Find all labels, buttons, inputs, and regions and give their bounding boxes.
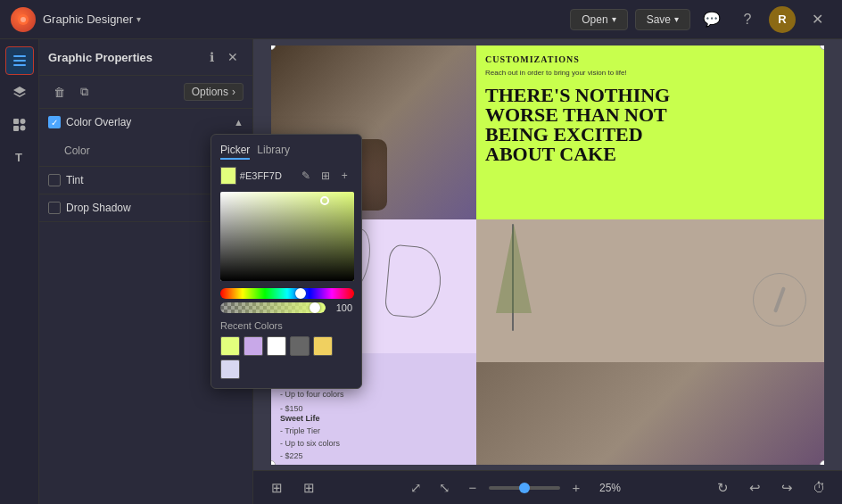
close-icon-button[interactable]: ✕ [803, 5, 831, 34]
gradient-overlay [220, 192, 354, 281]
app-title-text: Graphic Designer [43, 12, 133, 26]
zoom-thumb [519, 483, 530, 493]
svg-rect-5 [13, 119, 19, 124]
fit-icon[interactable]: ⤡ [432, 475, 457, 500]
svg-point-1 [21, 17, 26, 22]
zoom-slider[interactable] [489, 486, 560, 490]
properties-icon-button[interactable] [5, 46, 34, 75]
save-chevron: ▾ [674, 14, 679, 24]
shapes-icon-button[interactable] [5, 111, 34, 139]
svg-rect-7 [13, 126, 19, 131]
color-label: Color [64, 145, 224, 157]
app-logo [11, 7, 36, 32]
hue-slider-container [220, 288, 352, 299]
gradient-area[interactable] [220, 192, 354, 281]
picker-tab[interactable]: Picker [220, 144, 250, 160]
svg-rect-4 [13, 64, 26, 66]
options-label: Options [192, 86, 228, 98]
canvas-section-tr: CUSTOMIZATIONS Reach out in order to bri… [476, 45, 824, 219]
sweet-life-line1: - Triple Tier [280, 425, 340, 437]
grid-icon[interactable]: ⊞ [318, 167, 334, 185]
open-chevron: ▾ [612, 14, 616, 24]
eyedropper-icon[interactable]: ✎ [298, 167, 314, 185]
grid-bottom-icon[interactable]: ⊞ [296, 475, 321, 500]
refresh-icon[interactable]: ↻ [710, 475, 735, 500]
opacity-slider-container [220, 302, 326, 313]
delete-icon-button[interactable]: 🗑 [48, 81, 70, 103]
zoom-controls: ⤢ ⤡ − + 25% [403, 475, 628, 500]
svg-point-6 [20, 119, 25, 124]
zoom-out-icon[interactable]: − [460, 475, 485, 500]
color-overlay-collapse[interactable]: ▲ [234, 117, 244, 128]
svg-point-8 [20, 126, 25, 131]
recent-color-2[interactable] [244, 336, 263, 356]
svg-rect-3 [13, 60, 26, 62]
header: Graphic Designer ▾ Open ▾ Save ▾ 💬 ? R ✕ [0, 0, 842, 39]
zoom-in-icon[interactable]: + [564, 475, 589, 500]
color-picker-popup: Picker Library #E3FF7D ✎ ⊞ + [210, 134, 362, 389]
save-label: Save [647, 13, 671, 26]
layers-icon-button[interactable] [5, 78, 34, 107]
chat-icon-button[interactable]: 💬 [698, 5, 726, 34]
opacity-value: 100 [331, 302, 352, 313]
color-input-row: #E3FF7D ✎ ⊞ + [220, 167, 352, 185]
sweet-life-label: Sweet Life [280, 414, 320, 423]
picker-tabs: Picker Library [220, 144, 352, 160]
recent-colors-label: Recent Colors [220, 320, 352, 331]
recent-colors-grid [220, 336, 352, 379]
props-header: Graphic Properties ℹ ✕ [39, 39, 252, 76]
open-label: Open [582, 13, 607, 26]
hue-slider[interactable] [220, 288, 354, 299]
recent-color-3[interactable] [267, 336, 286, 356]
sweet-life-lines: - Triple Tier - Up to six colors - $225 [280, 425, 340, 463]
color-preview[interactable] [220, 167, 236, 185]
text-icon-button[interactable]: T [5, 143, 34, 171]
props-actions: 🗑 ⧉ Options › [39, 76, 252, 109]
recent-color-6[interactable] [220, 359, 240, 379]
fullscreen-icon[interactable]: ⤢ [403, 475, 428, 500]
props-info-icon[interactable]: ℹ [201, 46, 222, 68]
options-button[interactable]: Options › [184, 83, 244, 101]
svg-rect-2 [13, 55, 26, 57]
canvas-subtitle: Reach out in order to bring your vision … [485, 68, 637, 78]
opacity-checkerboard [220, 302, 326, 313]
recent-color-4[interactable] [290, 336, 310, 356]
recent-color-5[interactable] [313, 336, 333, 356]
tint-checkbox[interactable] [48, 174, 61, 186]
app-title-chevron: ▾ [136, 14, 141, 24]
sweet-life-line3: - $225 [280, 450, 340, 462]
app-title[interactable]: Graphic Designer ▾ [43, 12, 141, 26]
canvas-mid-right [476, 219, 824, 362]
open-button[interactable]: Open ▾ [570, 9, 627, 30]
avatar[interactable]: R [769, 6, 796, 33]
color-overlay-checkbox[interactable] [48, 116, 61, 128]
icon-bar: T [0, 39, 39, 504]
zoom-value: 25% [592, 482, 628, 494]
props-title: Graphic Properties [48, 51, 201, 64]
color-overlay-header[interactable]: Color Overlay ▲ [39, 109, 252, 136]
customizations-title: CUSTOMIZATIONS [485, 54, 580, 64]
history-icon[interactable]: ⏱ [806, 475, 831, 500]
drop-shadow-checkbox[interactable] [48, 202, 61, 214]
library-tab[interactable]: Library [257, 144, 290, 160]
recent-color-1[interactable] [220, 336, 240, 356]
save-button[interactable]: Save ▾ [635, 9, 690, 30]
big-text: THERE'S NOTHING WORSE THAN NOT BEING EXC… [485, 86, 708, 164]
redo-icon[interactable]: ↪ [774, 475, 799, 500]
opacity-thumb [310, 302, 320, 313]
pricing-line2: - Up to four colors [280, 387, 344, 401]
undo-icon[interactable]: ↩ [742, 475, 767, 500]
opacity-slider[interactable] [220, 302, 326, 313]
duplicate-icon-button[interactable]: ⧉ [73, 81, 95, 103]
main-layout: T Graphic Properties ℹ ✕ 🗑 ⧉ Options › C… [0, 39, 842, 504]
canvas-bottom-right [476, 362, 824, 465]
svg-text:T: T [15, 151, 22, 164]
sweet-life-line2: - Up to six colors [280, 437, 340, 450]
help-icon-button[interactable]: ? [733, 5, 762, 34]
bottom-bar: ⊞ ⊞ ⤢ ⤡ − + 25% ↻ ↩ ↪ ⏱ [253, 470, 842, 504]
layers-bottom-icon[interactable]: ⊞ [264, 475, 289, 500]
add-color-icon[interactable]: + [336, 167, 352, 185]
hue-thumb [295, 288, 306, 299]
color-hex-value[interactable]: #E3FF7D [240, 170, 294, 181]
props-close-icon[interactable]: ✕ [222, 46, 244, 68]
